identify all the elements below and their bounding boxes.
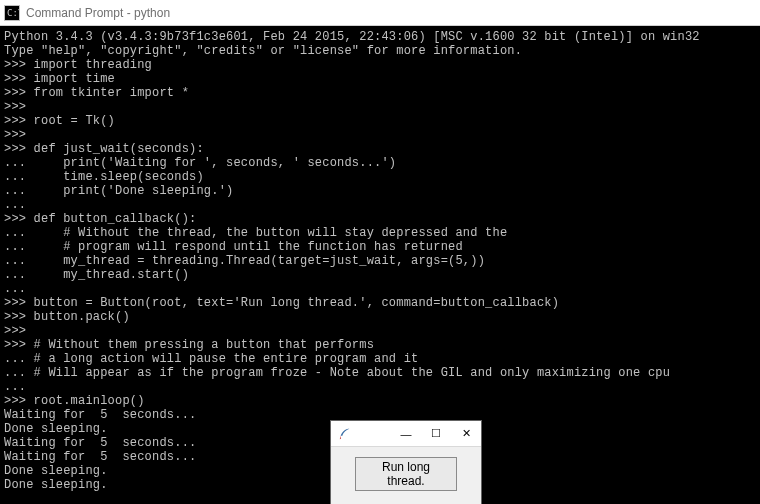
cmd-icon: C:\	[4, 5, 20, 21]
run-long-thread-button[interactable]: Run long thread.	[355, 457, 457, 491]
tk-titlebar[interactable]: — ☐ ✕	[331, 421, 481, 447]
maximize-icon: ☐	[431, 427, 441, 440]
window-title: Command Prompt - python	[26, 6, 170, 20]
tk-body: Run long thread.	[331, 447, 481, 504]
tk-feather-icon	[337, 426, 353, 442]
window-titlebar[interactable]: C:\ Command Prompt - python	[0, 0, 760, 26]
minimize-icon: —	[401, 428, 412, 440]
close-icon: ✕	[462, 427, 471, 440]
svg-text:C:\: C:\	[7, 8, 20, 18]
tk-close-button[interactable]: ✕	[451, 421, 481, 447]
tk-maximize-button[interactable]: ☐	[421, 421, 451, 447]
tk-window[interactable]: — ☐ ✕ Run long thread.	[330, 420, 482, 504]
tk-minimize-button[interactable]: —	[391, 421, 421, 447]
